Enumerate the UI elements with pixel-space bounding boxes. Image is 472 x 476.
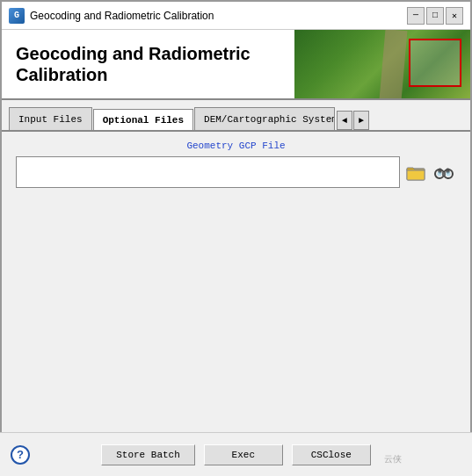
bottom-left: ? bbox=[11, 445, 30, 465]
svg-point-7 bbox=[438, 172, 442, 177]
header-text-area: Geocoding and RadiometricCalibration bbox=[2, 30, 294, 98]
tab-prev-button[interactable]: ◄ bbox=[337, 111, 352, 130]
header-image-overlay bbox=[409, 39, 461, 87]
header-banner: Geocoding and RadiometricCalibration bbox=[2, 30, 470, 100]
title-bar: G Geocoding and Radiometric Calibration … bbox=[2, 2, 470, 30]
main-content: Geometry GCP File bbox=[2, 132, 470, 434]
geometry-gcp-file-input[interactable] bbox=[16, 156, 400, 188]
title-bar-controls: ─ □ ✕ bbox=[407, 7, 463, 25]
close-button[interactable]: ✕ bbox=[446, 7, 463, 25]
tab-bar: Input Files Optional Files DEM/Cartograp… bbox=[2, 100, 470, 132]
app-icon: G bbox=[9, 8, 25, 24]
exec-button[interactable]: Exec bbox=[204, 444, 283, 465]
tab-optional-files[interactable]: Optional Files bbox=[93, 109, 193, 132]
folder-icon bbox=[406, 162, 425, 182]
bottom-bar: ? Store Batch Exec CSClose 云侠 bbox=[0, 432, 472, 476]
folder-open-button[interactable] bbox=[403, 160, 428, 184]
store-batch-button[interactable]: Store Batch bbox=[101, 444, 195, 465]
svg-rect-4 bbox=[442, 172, 446, 176]
header-image-road bbox=[380, 30, 408, 100]
svg-point-8 bbox=[447, 172, 451, 177]
file-input-row bbox=[16, 156, 456, 188]
tab-input-files[interactable]: Input Files bbox=[9, 107, 92, 130]
title-bar-text: Geocoding and Radiometric Calibration bbox=[30, 10, 402, 22]
maximize-button[interactable]: □ bbox=[426, 7, 444, 25]
search-binoculars-button[interactable] bbox=[432, 160, 456, 184]
minimize-button[interactable]: ─ bbox=[407, 7, 425, 25]
header-image-bg bbox=[294, 30, 470, 100]
tab-dem-cartographic[interactable]: DEM/Cartographic System Parame bbox=[194, 107, 335, 130]
section-label: Geometry GCP File bbox=[16, 141, 456, 151]
help-button[interactable]: ? bbox=[11, 445, 30, 465]
binoculars-icon bbox=[434, 162, 454, 182]
watermark: 云侠 bbox=[384, 453, 402, 465]
cs-close-button[interactable]: CSClose bbox=[292, 444, 371, 465]
header-image bbox=[294, 30, 470, 100]
tab-next-button[interactable]: ► bbox=[353, 111, 369, 130]
header-title: Geocoding and RadiometricCalibration bbox=[16, 43, 251, 85]
